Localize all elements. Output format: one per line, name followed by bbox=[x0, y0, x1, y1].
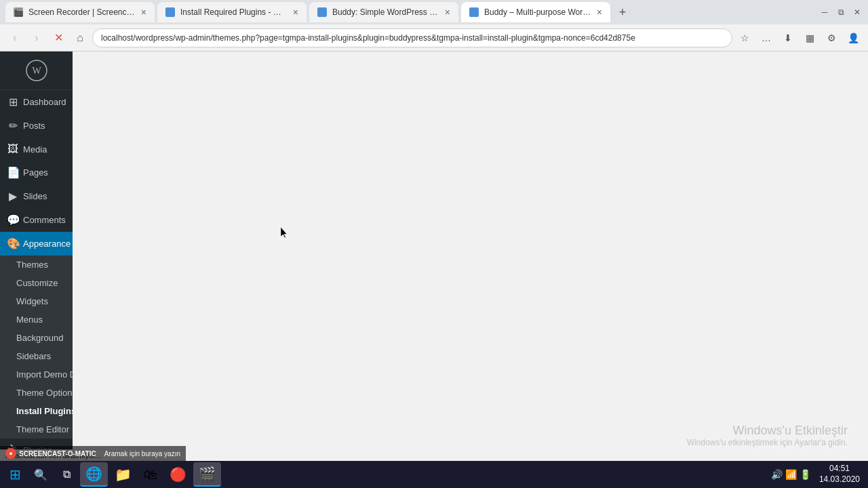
sidebar-item-pages[interactable]: 📄 Pages bbox=[0, 161, 73, 184]
browser-window: 🎬 Screen Recorder | Screencast... × Inst… bbox=[0, 0, 868, 52]
maximize-button[interactable]: ⧉ bbox=[835, 7, 846, 18]
tab-close-icon[interactable]: × bbox=[141, 7, 146, 18]
sidebar-item-dashboard[interactable]: ⊞ Dashboard bbox=[0, 90, 73, 114]
taskbar-start-button[interactable]: ⊞ bbox=[3, 462, 27, 487]
screencast-label: SCREENCAST-O-MATIC bbox=[19, 450, 96, 458]
browser-title-bar: 🎬 Screen Recorder | Screencast... × Inst… bbox=[0, 0, 868, 24]
store-icon: 🛍 bbox=[144, 467, 157, 483]
taskview-icon: ⧉ bbox=[63, 468, 71, 481]
address-bar[interactable] bbox=[92, 28, 732, 47]
sub-item-themes[interactable]: Themes bbox=[0, 256, 73, 274]
sidebar-item-posts[interactable]: ✏ Posts bbox=[0, 114, 73, 138]
sidebar-label-slides: Slides bbox=[23, 191, 47, 201]
browser-tab[interactable]: 🎬 Screen Recorder | Screencast... × bbox=[5, 2, 155, 22]
screencast-watermark: ● SCREENCAST-O-MATIC Aramak için buraya … bbox=[0, 446, 186, 461]
close-button[interactable]: ✕ bbox=[852, 7, 863, 18]
browser-toolbar: ‹ › ✕ ⌂ ☆ … ⬇ ▦ ⚙ 👤 bbox=[0, 24, 868, 52]
media-icon: 🖼 bbox=[7, 143, 19, 155]
browser-icon: 🌐 bbox=[85, 466, 102, 482]
appearance-submenu: Themes Customize Widgets Menus Backgroun… bbox=[0, 256, 73, 439]
sidebar-label-appearance: Appearance bbox=[23, 239, 71, 249]
windows-watermark-title: Windows'u Etkinleştir bbox=[687, 424, 848, 438]
taskbar-store-button[interactable]: 🛍 bbox=[138, 462, 163, 487]
home-button[interactable]: ⌂ bbox=[71, 28, 90, 47]
forward-button[interactable]: › bbox=[27, 28, 46, 47]
wp-logo: W bbox=[0, 52, 73, 90]
tab-close-icon[interactable]: × bbox=[445, 7, 450, 18]
new-tab-button[interactable]: + bbox=[613, 3, 632, 22]
settings-button[interactable]: ⚙ bbox=[822, 28, 841, 47]
tab-favicon: 🎬 bbox=[14, 7, 23, 17]
sidebar-label-dashboard: Dashboard bbox=[23, 97, 66, 107]
taskbar-browser-button[interactable]: 🌐 bbox=[80, 462, 108, 487]
slides-icon: ▶ bbox=[7, 190, 19, 203]
sidebar-label-pages: Pages bbox=[23, 167, 48, 178]
wp-layout: W ⊞ Dashboard ✏ Posts 🖼 Media 📄 Pages ▶ … bbox=[0, 52, 868, 488]
browser-tab active[interactable]: Buddy – Multi-purpose WordPr... × bbox=[461, 2, 610, 22]
wp-sidebar: W ⊞ Dashboard ✏ Posts 🖼 Media 📄 Pages ▶ … bbox=[0, 52, 73, 488]
svg-text:W: W bbox=[32, 66, 41, 76]
red-app-icon: 🔴 bbox=[170, 466, 186, 483]
taskbar-icons-area: 🔊 📶 🔋 bbox=[771, 469, 811, 480]
sidebar-item-appearance[interactable]: 🎨 Appearance bbox=[0, 232, 73, 256]
sub-item-import-demo[interactable]: Import Demo Data bbox=[0, 365, 73, 384]
posts-icon: ✏ bbox=[7, 119, 19, 132]
sub-item-theme-options[interactable]: Theme Options bbox=[0, 384, 73, 402]
sub-item-sidebars[interactable]: Sidebars bbox=[0, 347, 73, 365]
minimize-button[interactable]: ─ bbox=[819, 7, 830, 18]
taskbar-clock: 04:51 14.03.2020 bbox=[819, 464, 860, 485]
wp-main-content: Windows'u Etkinleştir Windows'u etkinleş… bbox=[73, 52, 868, 488]
comments-icon: 💬 bbox=[7, 214, 19, 226]
taskbar-search-button[interactable]: 🔍 bbox=[28, 462, 53, 487]
taskbar-system-area: 🔊 📶 🔋 04:51 14.03.2020 bbox=[771, 464, 865, 485]
search-icon: 🔍 bbox=[34, 468, 47, 481]
sub-item-customize[interactable]: Customize bbox=[0, 274, 73, 292]
taskbar: ⊞ 🔍 ⧉ 🌐 📁 🛍 🔴 🎬 🔊 📶 🔋 04:51 14.03.2020 bbox=[0, 461, 868, 488]
sub-item-widgets[interactable]: Widgets bbox=[0, 292, 73, 310]
tab-favicon bbox=[165, 7, 175, 17]
reload-button[interactable]: ✕ bbox=[49, 28, 68, 47]
browser-tab[interactable]: Buddy: Simple WordPress & B... × bbox=[309, 2, 458, 22]
windows-watermark-subtitle: Windows'u etkinleştirmek için Ayarlar'a … bbox=[687, 438, 848, 447]
sidebar-toggle-button[interactable]: ▦ bbox=[800, 28, 819, 47]
tab-close-icon[interactable]: × bbox=[293, 7, 298, 18]
screencast-sub: Aramak için buraya yazın bbox=[104, 450, 180, 458]
sidebar-item-media[interactable]: 🖼 Media bbox=[0, 138, 73, 161]
taskbar-date: 14.03.2020 bbox=[819, 474, 860, 485]
tab-title: Buddy – Multi-purpose WordPr... bbox=[484, 7, 591, 17]
sidebar-label-posts: Posts bbox=[23, 121, 45, 131]
browser-window-controls: ─ ⧉ ✕ bbox=[819, 7, 863, 18]
tab-favicon bbox=[317, 7, 327, 17]
sub-item-theme-editor[interactable]: Theme Editor bbox=[0, 420, 73, 439]
start-icon: ⊞ bbox=[9, 466, 21, 483]
bookmark-button[interactable]: ☆ bbox=[735, 28, 754, 47]
sub-item-menus[interactable]: Menus bbox=[0, 310, 73, 329]
tab-title: Buddy: Simple WordPress & B... bbox=[332, 7, 439, 17]
download-button[interactable]: ⬇ bbox=[778, 28, 797, 47]
browser-tab[interactable]: Install Required Plugins - Wor... × bbox=[157, 2, 307, 22]
profile-button[interactable]: 👤 bbox=[844, 28, 863, 47]
appearance-icon: 🎨 bbox=[7, 237, 19, 250]
more-button[interactable]: … bbox=[757, 28, 776, 47]
tab-title: Screen Recorder | Screencast... bbox=[28, 7, 136, 17]
files-icon: 📁 bbox=[115, 466, 132, 483]
pages-icon: 📄 bbox=[7, 166, 19, 179]
recorder-icon: 🎬 bbox=[199, 466, 216, 482]
tab-title: Install Required Plugins - Wor... bbox=[180, 7, 288, 17]
back-button[interactable]: ‹ bbox=[5, 28, 24, 47]
taskbar-taskview-button[interactable]: ⧉ bbox=[54, 462, 79, 487]
dashboard-icon: ⊞ bbox=[7, 96, 19, 108]
taskbar-red-app-button[interactable]: 🔴 bbox=[164, 462, 192, 487]
screencast-logo-icon: ● bbox=[5, 448, 16, 459]
cursor-indicator bbox=[281, 227, 289, 239]
taskbar-recorder-button[interactable]: 🎬 bbox=[193, 462, 221, 487]
windows-watermark: Windows'u Etkinleştir Windows'u etkinleş… bbox=[687, 424, 848, 447]
sub-item-background[interactable]: Background bbox=[0, 329, 73, 347]
sidebar-item-slides[interactable]: ▶ Slides bbox=[0, 184, 73, 208]
sub-item-install-plugins[interactable]: Install Plugins bbox=[0, 402, 73, 420]
sidebar-label-media: Media bbox=[23, 144, 47, 155]
taskbar-files-button[interactable]: 📁 bbox=[109, 462, 137, 487]
sidebar-item-comments[interactable]: 💬 Comments bbox=[0, 208, 73, 232]
tab-close-icon[interactable]: × bbox=[597, 7, 602, 18]
sidebar-label-comments: Comments bbox=[23, 215, 66, 225]
